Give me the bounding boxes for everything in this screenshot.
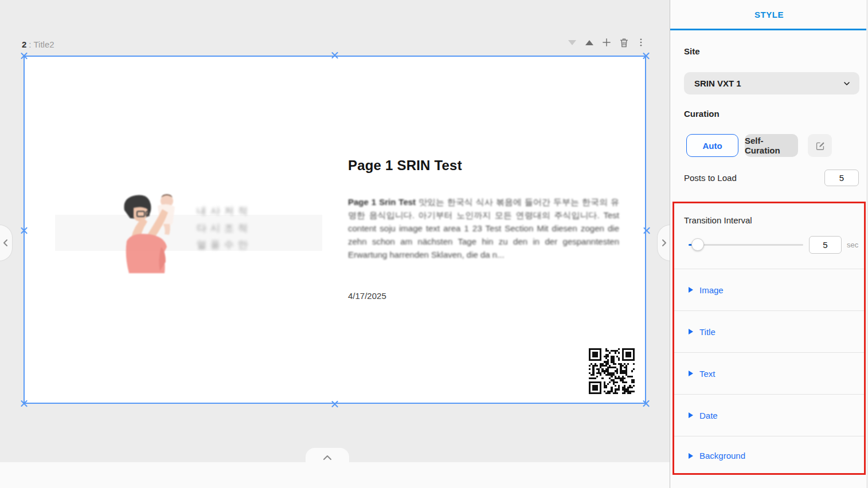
resize-handle-middle-right[interactable] [642,226,651,235]
interval-unit-label: sec [847,241,858,249]
plus-icon [601,37,612,48]
section-number: 2 [22,40,26,49]
chevron-right-icon [660,239,667,247]
resize-handle-bottom-left[interactable] [19,399,28,408]
accordion-section-image[interactable]: Image [674,269,865,310]
section-title: Title2 [34,40,54,49]
canvas-stage: 2:Title2 [0,0,670,488]
accordion-label: Text [699,369,715,379]
caption-line: 내사저적 [197,203,252,220]
next-page-button[interactable] [657,225,670,261]
site-select[interactable]: SRIN VXT 1 [684,72,859,95]
chevron-down-icon [568,40,576,45]
style-accordion: Image Title Text Date Background [674,269,865,475]
resize-handle-top-middle[interactable] [330,51,339,60]
panel-tabbar: STYLE [670,0,868,30]
resize-handle-top-left[interactable] [19,52,28,60]
section-separator: : [29,40,31,49]
resize-handle-bottom-middle[interactable] [330,400,339,408]
chevron-left-icon [2,239,9,247]
chevron-down-icon [842,79,851,88]
add-section-button[interactable] [600,36,613,49]
post-body-text: Page 1 Srin Test 맛있는 한국식 식사 볶음에 들어간 두부는 … [348,195,619,261]
posts-to-load-label: Posts to Load [684,173,737,183]
edit-compose-icon [815,140,826,151]
resize-handle-top-right[interactable] [642,52,650,60]
chevron-up-icon [585,40,593,45]
curation-self-button[interactable]: Self-Curation [745,134,798,157]
move-up-button[interactable] [582,36,596,49]
accordion-label: Date [699,411,718,420]
accordion-label: Image [699,285,724,295]
prev-page-button[interactable] [0,225,13,261]
style-panel: STYLE Site SRIN VXT 1 Curation Auto Self… [670,0,868,488]
caret-right-icon [689,287,693,293]
post-title: Page 1 SRIN Test [348,158,462,174]
delete-section-button[interactable] [617,36,631,49]
post-date: 4/17/2025 [348,291,386,301]
transition-interval-input[interactable] [809,236,842,254]
kebab-menu-icon [636,37,646,48]
resize-handle-middle-left[interactable] [19,226,28,235]
vxt-style-editor: 2:Title2 [0,0,868,488]
tab-style[interactable]: STYLE [754,10,784,19]
curation-edit-button[interactable] [808,134,832,157]
move-down-button[interactable] [565,36,579,49]
interval-slider-thumb[interactable] [691,238,704,251]
transition-interval-slider[interactable] [689,244,803,246]
curation-auto-button[interactable]: Auto [686,134,738,157]
photo-caption-text: 내사저적 다시조적 얼풍수안 [197,203,252,254]
accordion-section-date[interactable]: Date [674,394,865,436]
posts-to-load-input[interactable] [824,170,859,186]
qr-code [589,348,635,394]
accordion-label: Background [699,451,745,461]
trash-icon [619,37,630,48]
caret-right-icon [689,453,693,459]
post-body-lead: Page 1 Srin Test [348,197,416,207]
expand-panel-button[interactable] [306,448,349,463]
slide-preview[interactable]: 내사저적 다시조적 얼풍수안 Page 1 SRIN Test Page 1 S… [24,56,646,404]
accordion-label: Title [699,327,715,337]
accordion-section-title[interactable]: Title [674,310,865,352]
caption-line: 다시조적 [197,220,252,237]
section-toolbar [565,36,648,49]
father-baby-photo [111,192,189,273]
more-options-button[interactable] [634,36,648,49]
resize-handle-bottom-right[interactable] [642,399,650,408]
site-selected-value: SRIN VXT 1 [694,78,842,88]
caret-right-icon [689,371,693,376]
canvas-bottom-bar: Page 2/2 Fit [0,462,670,488]
accordion-section-background[interactable]: Background [674,436,865,475]
accordion-section-text[interactable]: Text [674,352,865,394]
caret-right-icon [689,412,693,418]
section-label: 2:Title2 [22,40,54,49]
slide-image-band [55,215,322,251]
site-label: Site [684,46,700,56]
transition-interval-label: Transition Interval [684,215,752,225]
curation-label: Curation [684,109,720,119]
chevron-up-icon [323,455,332,461]
caret-right-icon [689,329,693,334]
caption-line: 얼풍수안 [197,237,252,254]
